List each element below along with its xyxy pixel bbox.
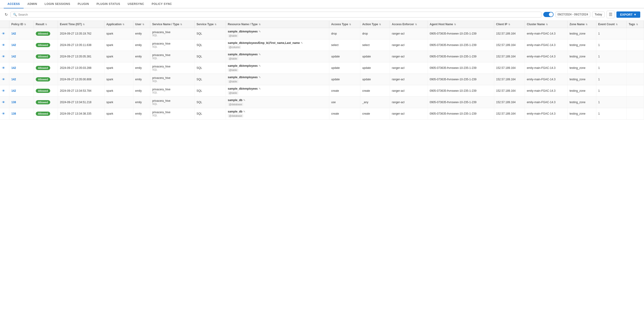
event-count-value: 1 [598,112,600,115]
sort-icon[interactable]: ⇅ [45,23,47,26]
policy-id-value[interactable]: 142 [11,78,16,81]
event-time-value: 2024-09-27 13:34:38.335 [60,112,91,115]
access-enforcer-value: ranger-acl [392,112,404,115]
sort-icon[interactable]: ⇅ [214,23,216,26]
search-input[interactable] [18,13,539,16]
columns-button[interactable]: ☰ [606,11,614,18]
resource-name-value: sample_db/employees [228,30,258,33]
event-time-cell: 2024-09-27 13:35:00.808 [58,74,104,85]
view-icon[interactable]: 👁 [2,55,5,58]
today-button[interactable]: Today [592,12,605,17]
table-container: Policy ID⇅Result⇅Event Time (IST)⇅Applic… [0,21,644,119]
nav-tab-admin[interactable]: ADMIN [24,0,41,8]
sort-icon[interactable]: ⇅ [415,23,417,26]
nav-tab-plugin_status[interactable]: PLUGIN STATUS [93,0,124,8]
search-icon: 🔍 [13,13,17,16]
col-header-zone_name: Zone Name⇅ [568,21,596,28]
sort-icon[interactable]: ⇅ [616,23,618,26]
action-type-cell: update [360,62,390,74]
refresh-button[interactable]: ↻ [4,11,9,18]
nav-tab-policy_sync[interactable]: POLICY SYNC [148,0,176,8]
view-icon[interactable]: 👁 [2,100,5,104]
sort-icon[interactable]: ⇅ [122,23,124,26]
service-type-cell: SQL [195,62,226,74]
policy-id-value[interactable]: 138 [11,112,16,115]
agent-host-cell: 0905-073635-frvnswwv-10-235-1-239 [428,39,494,51]
sort-icon[interactable]: ⇅ [636,23,638,26]
edit-icon[interactable]: ✎ [259,76,261,79]
edit-icon[interactable]: ✎ [259,53,261,56]
action-type-cell: drop [360,28,390,39]
event-count-cell: 1 [596,39,626,51]
resource-type-row: @table [228,68,327,72]
action-type-cell: create [360,85,390,97]
sort-icon[interactable]: ⇅ [586,23,588,26]
resource-cell: sample_db/employees ✎ @table [226,28,329,39]
service-name-cell: privacera_hiveSQL [150,108,195,119]
policy-id-value[interactable]: 142 [11,89,16,92]
nav-tab-usersync[interactable]: USERSYNC [124,0,148,8]
nav-tab-plugin[interactable]: PLUGIN [74,0,93,8]
sort-icon[interactable]: ⇅ [24,23,26,26]
client-ip-cell: 152.57.189.164 [494,51,524,62]
service-type-tag: SQL [152,34,192,37]
resource-type-value: @column [228,45,241,49]
event-count-value: 1 [598,66,600,69]
sort-icon[interactable]: ⇅ [546,23,548,26]
sort-icon[interactable]: ⇅ [379,23,381,26]
view-icon[interactable]: 👁 [2,77,5,81]
zone-name-cell: testing_zone [568,62,596,74]
sort-icon[interactable]: ⇅ [349,23,351,26]
policy-id-value[interactable]: 142 [11,55,16,58]
edit-icon[interactable]: ✎ [243,110,245,113]
policy-id-value[interactable]: 138 [11,101,16,104]
sort-icon[interactable]: ⇅ [454,23,456,26]
edit-icon[interactable]: ✎ [259,87,261,90]
date-range[interactable]: 09/27/2024 - 09/27/2024 [556,12,590,17]
action-type-value: update [362,55,371,58]
application-value: spark [106,112,113,115]
cluster-name-value: emily-main-FGAC-14.3 [527,55,556,58]
agent-host-value: 0905-073635-frvnswwv-10-235-1-239 [430,89,476,92]
view-icon[interactable]: 👁 [2,112,5,116]
resource-name-value: sample_db/employees [228,53,258,56]
tags-cell [627,39,644,51]
edit-icon[interactable]: ✎ [243,99,245,102]
service-type-cell: SQL [195,28,226,39]
access-log-table: Policy ID⇅Result⇅Event Time (IST)⇅Applic… [0,21,644,119]
application-value: spark [106,43,113,47]
resource-cell: sample_db/employees ✎ @table [226,85,329,97]
sort-icon[interactable]: ⇅ [259,23,260,26]
sort-icon[interactable]: ⇅ [142,23,144,26]
view-icon[interactable]: 👁 [2,32,5,35]
sort-icon[interactable]: ⇅ [508,23,510,26]
sort-icon[interactable]: ⇅ [83,23,84,26]
policy-id-value[interactable]: 142 [11,32,16,35]
agent-host-value: 0905-073635-frvnswwv-10-235-1-239 [430,112,476,115]
view-cell: 👁 [0,28,9,39]
view-icon[interactable]: 👁 [2,43,5,47]
service-type-tag: SQL [152,57,192,59]
edit-icon[interactable]: ✎ [301,41,303,44]
policy-id-cell: 142 [9,39,34,51]
access-type-cell: use [329,97,360,108]
sort-icon[interactable]: ⇅ [180,23,182,26]
export-button[interactable]: EXPORT ▼ [616,11,640,18]
nav-tab-login_sessions[interactable]: LOGIN SESSIONS [41,0,74,8]
view-icon[interactable]: 👁 [2,66,5,70]
agent-host-cell: 0905-073635-frvnswwv-10-235-1-239 [428,74,494,85]
event-count-value: 1 [598,101,600,104]
edit-icon[interactable]: ✎ [259,30,261,33]
nav-tab-access[interactable]: ACCESS [4,0,24,8]
col-header-service_type: Service Type⇅ [195,21,226,28]
action-type-value: update [362,78,371,81]
result-cell: Allowed [34,62,58,74]
access-type-cell: create [329,108,360,119]
view-icon[interactable]: 👁 [2,89,5,93]
resource-type-value: @table [228,91,238,94]
action-type-cell: create [360,108,390,119]
policy-id-value[interactable]: 142 [11,66,16,69]
edit-icon[interactable]: ✎ [259,64,261,67]
toggle-switch[interactable] [543,12,554,17]
policy-id-value[interactable]: 142 [11,43,16,47]
